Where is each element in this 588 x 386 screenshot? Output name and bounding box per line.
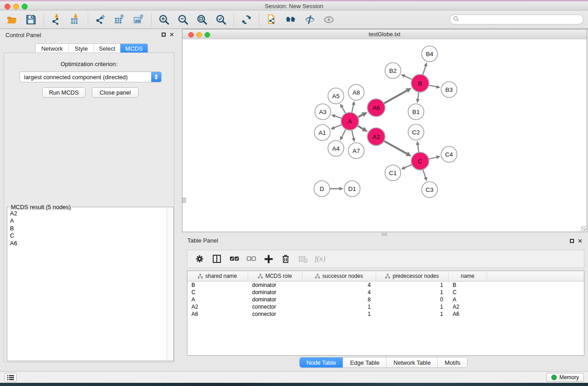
table-cell: A6 (187, 311, 248, 317)
graph-node-C3[interactable]: C3 (422, 182, 438, 198)
save-session-button[interactable] (23, 12, 39, 27)
table-panel-close-icon[interactable]: ✕ (578, 238, 583, 243)
graph-node-D1[interactable]: D1 (344, 181, 360, 197)
mcds-result-item[interactable]: A2 (8, 210, 167, 217)
mcds-result-item[interactable]: B (8, 225, 167, 232)
window-resize-grip[interactable] (581, 226, 586, 231)
table-cell: A (187, 296, 248, 303)
show-panels-button[interactable] (320, 12, 337, 27)
graph-node-B4[interactable]: B4 (422, 46, 438, 62)
mcds-result-item[interactable]: C (8, 232, 167, 239)
task-history-button[interactable] (5, 373, 17, 382)
import-table-button[interactable] (67, 12, 83, 27)
delete-column-button[interactable] (279, 253, 292, 265)
export-table-button[interactable] (111, 12, 128, 27)
tab-select[interactable]: Select (94, 44, 120, 53)
zoom-in-button[interactable] (156, 12, 172, 27)
export-network-button[interactable] (92, 12, 109, 27)
search-field[interactable] (449, 14, 583, 24)
import-network-button[interactable] (48, 12, 64, 27)
memory-button[interactable]: Memory (546, 373, 584, 382)
optimization-criterion-dropdown[interactable]: largest connected component (directed) (19, 71, 162, 82)
table-cell: 4 (302, 282, 376, 288)
edge-arrowhead (416, 99, 420, 103)
tab-motifs[interactable]: Motifs (438, 357, 467, 367)
mcds-result-item[interactable]: A6 (8, 240, 167, 247)
column-header-successor-nodes[interactable]: successor nodes (302, 271, 376, 281)
graph-node-B[interactable]: B (411, 75, 429, 92)
svg-text:B4: B4 (426, 51, 434, 57)
table-row[interactable]: A2connector11A2 (187, 303, 584, 310)
zoom-out-button[interactable] (175, 12, 191, 27)
table-row[interactable]: A6connector11A6 (187, 310, 584, 318)
column-header-predecessor-nodes[interactable]: predecessor nodes (376, 271, 449, 281)
toolbar-separator (151, 13, 152, 26)
svg-text:A8: A8 (353, 89, 360, 96)
control-panel-close-icon[interactable]: ✕ (169, 32, 174, 37)
svg-text:A5: A5 (332, 93, 340, 100)
table-panel-float-icon[interactable] (570, 239, 574, 243)
edge-arrowhead (436, 85, 440, 89)
column-header-name[interactable]: name (449, 271, 487, 281)
graph-node-A7[interactable]: A7 (349, 143, 364, 159)
open-file-button[interactable] (4, 12, 20, 27)
add-column-button[interactable] (262, 253, 275, 265)
graph-node-A5[interactable]: A5 (328, 88, 344, 104)
graph-node-C4[interactable]: C4 (441, 147, 457, 162)
show-columns-button[interactable] (210, 253, 224, 265)
table-body: Bdominator41BCdominator41CAdominator80AA… (187, 281, 584, 318)
hide-panels-button[interactable] (301, 12, 318, 27)
table-row[interactable]: Adominator80A (187, 296, 584, 303)
graph-node-B1[interactable]: B1 (408, 104, 424, 120)
graph-node-A[interactable]: A (341, 113, 359, 130)
control-panel-float-icon[interactable] (162, 33, 166, 37)
toolbar-separator (88, 13, 88, 26)
zoom-selected-button[interactable] (213, 12, 229, 27)
run-mcds-button[interactable]: Run MCDS (42, 87, 86, 98)
table-row[interactable]: Bdominator41B (187, 281, 584, 289)
network-canvas[interactable]: B4B2BB3A5A8A6A3AB1A1A2C2A4A7C4CC1DD1C3 (182, 39, 587, 232)
import-network-icon (51, 14, 62, 25)
tab-style[interactable]: Style (69, 44, 94, 53)
home-button[interactable] (282, 12, 299, 27)
graph-node-A8[interactable]: A8 (349, 85, 364, 100)
table-row[interactable]: Cdominator41C (187, 289, 584, 296)
graph-node-B2[interactable]: B2 (385, 63, 401, 79)
column-header-shared-name[interactable]: shared name (187, 271, 248, 281)
zoom-fit-button[interactable] (194, 12, 210, 27)
mcds-result-scrollbar[interactable] (167, 208, 173, 360)
graph-node-C2[interactable]: C2 (408, 124, 424, 140)
mcds-result-item[interactable]: A (8, 217, 167, 224)
clear-checkboxes-button[interactable] (244, 253, 258, 265)
search-input[interactable] (461, 16, 583, 23)
horizontal-divider[interactable] (182, 232, 588, 235)
svg-text:D: D (320, 186, 324, 192)
export-image-button[interactable] (130, 12, 147, 27)
graph-node-A1[interactable]: A1 (315, 125, 330, 141)
graph-node-A3[interactable]: A3 (315, 104, 331, 120)
column-header-MCDS-role[interactable]: MCDS role (248, 271, 302, 281)
tab-node-table[interactable]: Node Table (300, 357, 344, 367)
refresh-button[interactable] (238, 12, 254, 27)
graph-node-A2[interactable]: A2 (368, 128, 385, 146)
select-all-checkboxes-button[interactable] (227, 253, 241, 265)
status-bar: Memory (0, 371, 588, 383)
tab-mcds[interactable]: MCDS (120, 44, 148, 53)
graph-node-C1[interactable]: C1 (385, 165, 401, 181)
graph-node-D[interactable]: D (314, 181, 330, 197)
graph-node-A4[interactable]: A4 (328, 141, 344, 157)
settings-gear-button[interactable] (193, 253, 206, 265)
edge-arrowhead (436, 156, 440, 159)
divider-collapse-handle[interactable] (382, 233, 387, 236)
graph-node-B3[interactable]: B3 (441, 82, 457, 98)
table-cell: connector (248, 304, 302, 310)
network-from-selection-button[interactable] (263, 12, 280, 27)
graph-node-C[interactable]: C (411, 152, 429, 170)
graph-node-A6[interactable]: A6 (368, 99, 385, 117)
tab-network-table[interactable]: Network Table (387, 357, 438, 367)
tab-edge-table[interactable]: Edge Table (343, 357, 387, 367)
mcds-result-box: MCDS result (5 nodes) A2ABCA6 (7, 207, 174, 361)
tab-network[interactable]: Network (36, 44, 69, 53)
close-panel-button[interactable]: Close panel (92, 87, 139, 98)
left-splitter-handle[interactable] (182, 198, 186, 203)
